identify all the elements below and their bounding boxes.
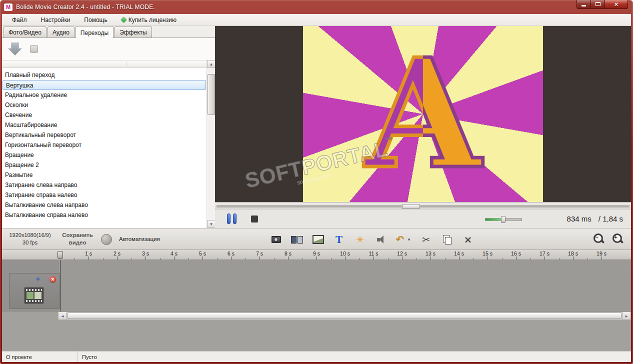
minimize-icon xyxy=(582,5,586,6)
stop-button[interactable] xyxy=(251,216,258,222)
transition-item[interactable]: Затирание справа налево xyxy=(2,190,206,200)
ruler-tick: 13 s xyxy=(430,256,431,260)
preview-panel: A A SOFTPORTAL™ softportal.com xyxy=(215,26,631,228)
transition-item[interactable]: Вертикальный переворот xyxy=(2,130,206,140)
menu-item-1[interactable]: Настройки xyxy=(34,15,78,25)
add-text-button[interactable]: T xyxy=(332,233,346,246)
scroll-thumb[interactable] xyxy=(208,74,215,115)
transition-item[interactable]: Вращение 2 xyxy=(2,160,206,170)
transition-item[interactable]: Вращение xyxy=(2,150,206,160)
time-current: 834 ms xyxy=(567,214,592,223)
seek-thumb[interactable] xyxy=(402,204,420,209)
library-panel: Фото/ВидеоАудиоПереходыЭффекты Плавный п… xyxy=(2,26,215,228)
ruler-minor-tick xyxy=(188,258,189,260)
brightness-button[interactable]: ☀ xyxy=(354,233,366,246)
automation-button[interactable]: Автоматизация xyxy=(119,236,160,242)
transition-item[interactable]: Выталкивание справа налево xyxy=(2,210,206,220)
undo-dropdown-button[interactable]: ▾ xyxy=(406,233,412,246)
volume-thumb[interactable] xyxy=(501,216,506,223)
ruler-tick: 11 s xyxy=(374,256,374,260)
ruler-minor-tick xyxy=(274,258,274,260)
timeline-ruler[interactable]: 1 s2 s3 s4 s5 s6 s7 s8 s9 s10 s11 s12 s1… xyxy=(2,250,631,260)
delete-button[interactable]: × xyxy=(462,233,474,246)
resolution-text: 1920x1080(16/9) xyxy=(6,232,54,239)
ruler-minor-tick xyxy=(502,258,502,260)
ruler-tick: 4 s xyxy=(174,256,174,260)
track-area[interactable]: » ✕ xyxy=(2,260,631,312)
transition-item[interactable]: Выталкивание слева направо xyxy=(2,200,206,210)
transition-item[interactable]: Затирание слева направо xyxy=(2,180,206,190)
collapse-clip-icon[interactable]: » xyxy=(35,277,42,281)
ruler-tick-label: 10 s xyxy=(340,250,350,256)
transitions-list: Плавный переходВертушкаРадиальное удален… xyxy=(2,68,206,228)
main-toolbar: 1920x1080(16/9) 30 fps Сохранить видео А… xyxy=(2,228,631,250)
ruler-tick: 16 s xyxy=(516,256,516,260)
remove-clip-button[interactable]: ✕ xyxy=(50,276,56,282)
ruler-tick: 17 s xyxy=(544,256,545,260)
scroll-up-button[interactable]: ▲ xyxy=(207,60,216,68)
video-preview: A A SOFTPORTAL™ softportal.com xyxy=(215,26,631,202)
ruler-tick: 18 s xyxy=(573,256,574,260)
volume-button[interactable] xyxy=(374,233,388,246)
volume-fill xyxy=(486,218,502,220)
timeline-scrollbar[interactable]: ◂ ▸ xyxy=(58,312,631,320)
scroll-down-button[interactable]: ▼ xyxy=(207,220,216,228)
transition-item[interactable]: Горизонтальный переворот xyxy=(2,140,206,150)
save-video-button[interactable]: Сохранить видео xyxy=(58,232,97,246)
list-header xyxy=(2,60,206,68)
tab-3[interactable]: Эффекты xyxy=(114,26,152,38)
close-button[interactable]: × xyxy=(604,0,628,9)
transition-item[interactable]: Свечение xyxy=(2,110,206,120)
volume-slider[interactable] xyxy=(485,216,522,222)
maximize-button[interactable] xyxy=(590,0,605,9)
timeline: 1 s2 s3 s4 s5 s6 s7 s8 s9 s10 s11 s12 s1… xyxy=(2,250,631,351)
transition-item[interactable]: Радиальное удаление xyxy=(2,90,206,100)
transition-item[interactable]: Осколки xyxy=(2,100,206,110)
add-transition-icon[interactable] xyxy=(290,233,304,246)
tab-0[interactable]: Фото/Видео xyxy=(4,26,46,38)
pause-button[interactable] xyxy=(227,214,239,224)
app-window: M Bolide Movie Creator 2.4 - untitled - … xyxy=(0,0,633,364)
tab-1[interactable]: Аудио xyxy=(48,26,74,38)
add-media-icon[interactable] xyxy=(270,233,282,246)
menu-item-label: Купить лицензию xyxy=(128,16,176,24)
zoom-in-button[interactable]: + xyxy=(611,232,624,246)
transition-item[interactable]: Вертушка xyxy=(2,80,206,90)
transition-item[interactable]: Размытие xyxy=(2,170,206,180)
menu-item-3[interactable]: Купить лицензию xyxy=(114,15,184,25)
vertical-scrollbar[interactable]: ▲ ▼ xyxy=(206,60,215,228)
time-display: 834 ms/ 1,84 s xyxy=(567,214,623,223)
scroll-right-button[interactable]: ▸ xyxy=(622,312,630,320)
cut-button[interactable]: ✂ xyxy=(420,233,432,246)
record-circle-button[interactable] xyxy=(101,234,112,245)
menu-item-2[interactable]: Помощь xyxy=(77,15,114,25)
menu-bar: ФайлНастройкиПомощьКупить лицензию xyxy=(2,14,631,26)
status-message: Пусто xyxy=(78,354,97,360)
playhead-handle[interactable] xyxy=(58,251,63,259)
copy-button[interactable] xyxy=(440,233,454,246)
ruler-tick-label: 18 s xyxy=(568,250,578,256)
menu-item-0[interactable]: Файл xyxy=(5,15,34,25)
ruler-tick: 9 s xyxy=(316,256,317,260)
ruler-tick-label: 14 s xyxy=(454,250,464,256)
add-to-timeline-arrow-button[interactable] xyxy=(8,42,22,56)
transition-item[interactable]: Плавный переход xyxy=(2,70,206,80)
ruler-minor-tick xyxy=(588,258,588,260)
minimize-button[interactable] xyxy=(576,0,591,9)
timeline-scroll-thumb[interactable] xyxy=(68,312,622,319)
transition-item[interactable]: Масштабирование xyxy=(2,120,206,130)
scroll-left-button[interactable]: ◂ xyxy=(58,312,67,320)
add-image-icon[interactable] xyxy=(312,233,324,246)
seek-bar[interactable] xyxy=(215,202,631,210)
video-clip[interactable]: » ✕ xyxy=(9,273,60,309)
undo-button[interactable]: ↶ xyxy=(396,233,404,246)
ruler-tick-label: 3 s xyxy=(142,250,149,256)
ruler-minor-tick xyxy=(445,258,446,260)
window-body: ФайлНастройкиПомощьКупить лицензию Фото/… xyxy=(2,14,631,362)
ruler-tick-label: 1 s xyxy=(85,250,92,256)
panel-small-button[interactable] xyxy=(30,45,38,53)
tab-2[interactable]: Переходы xyxy=(76,26,114,38)
zoom-out-button[interactable]: − xyxy=(592,232,605,246)
ruler-tick: 10 s xyxy=(345,256,346,260)
ruler-tick-label: 5 s xyxy=(199,250,206,256)
